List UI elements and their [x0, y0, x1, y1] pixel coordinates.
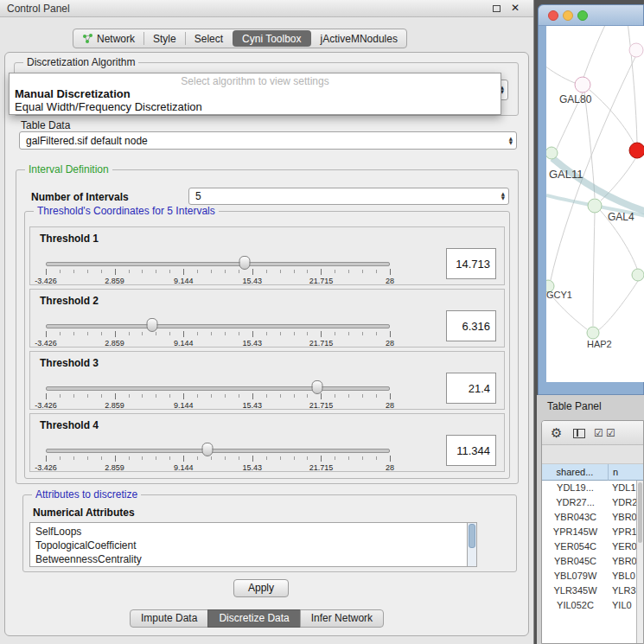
table-row[interactable]: YIL052CYIL0 — [542, 598, 638, 613]
num-intervals-label: Number of Intervals — [31, 191, 129, 203]
tab-jactivemnodules[interactable]: jActiveMNodules — [312, 29, 406, 48]
slider-thumb-icon[interactable] — [147, 318, 158, 332]
network-node[interactable] — [629, 43, 643, 57]
mac-minimize-button[interactable] — [563, 10, 573, 21]
algorithm-group-title: Discretization Algorithm — [23, 56, 138, 69]
node-label-gcy1: GCY1 — [546, 290, 572, 300]
table-cell[interactable]: YIL052C — [542, 598, 609, 613]
mac-zoom-button[interactable] — [577, 10, 588, 21]
table-cell[interactable]: YER054C — [542, 539, 609, 554]
slider-thumb-icon[interactable] — [239, 256, 250, 270]
dropdown-stepper-icon[interactable]: ▲▼ — [509, 137, 513, 145]
table-row[interactable]: YBL079WYBL0 — [542, 569, 638, 583]
network-node-gal80[interactable] — [575, 77, 590, 92]
table-cell[interactable]: YBL0 — [609, 569, 638, 583]
tab-network[interactable]: Network — [73, 29, 143, 48]
select-filtered-checkbox-icon[interactable]: ☑ — [606, 427, 615, 439]
table-cell[interactable]: YER0 — [609, 539, 638, 554]
network-window-titlebar — [539, 5, 643, 26]
slider-thumb-icon[interactable] — [202, 443, 214, 456]
table-scrollbar[interactable] — [636, 481, 643, 644]
dropdown-item-equal-width-frequency[interactable]: Equal Width/Frequency Discretization — [13, 100, 497, 113]
table-row[interactable]: YLR345WYLR3 — [542, 583, 638, 598]
network-node[interactable] — [632, 269, 644, 281]
network-graph — [546, 26, 644, 382]
gear-icon[interactable]: ⚙ — [551, 425, 562, 441]
tab-infer-network[interactable]: Infer Network — [300, 609, 384, 628]
list-item-selfloops[interactable]: SelfLoops — [35, 525, 450, 539]
table-row[interactable]: YDL19...YDL1 — [542, 481, 638, 495]
table-row[interactable]: YBR045CYBR0 — [542, 554, 638, 569]
column-header-name[interactable]: n — [609, 464, 644, 481]
close-icon[interactable]: ✕ — [511, 2, 520, 14]
threshold-2-value-field[interactable] — [446, 310, 496, 341]
network-node-gal11[interactable] — [546, 147, 558, 159]
table-cell[interactable]: YDR2 — [609, 495, 638, 510]
slider-track[interactable] — [46, 386, 390, 391]
tab-impute-data[interactable]: Impute Data — [130, 609, 208, 628]
table-cell[interactable]: YBR0 — [609, 554, 638, 569]
table-row[interactable]: YBR043CYBR0 — [542, 510, 638, 525]
mac-close-button[interactable] — [548, 10, 558, 21]
table-cell[interactable]: YBL079W — [542, 569, 609, 583]
threshold-panel-1: Threshold 1 -3.426 2.859 9.144 15.43 21.… — [29, 226, 505, 285]
attributes-scrollbar[interactable] — [467, 523, 476, 566]
tick-label: 21.715 — [309, 463, 334, 472]
threshold-3-value-field[interactable] — [446, 373, 496, 404]
slider-track[interactable] — [46, 449, 390, 453]
slider-minor-ticks — [46, 270, 390, 273]
numerical-attributes-label: Numerical Attributes — [33, 507, 135, 519]
tab-style[interactable]: Style — [144, 29, 185, 48]
select-all-checkbox-icon[interactable]: ☑ — [594, 427, 603, 439]
table-cell[interactable]: YPR145W — [542, 525, 609, 539]
table-cell[interactable]: YDR27... — [542, 495, 609, 510]
threshold-1-slider[interactable]: -3.426 2.859 9.144 15.43 21.715 28 — [46, 257, 390, 284]
network-node-hap2[interactable] — [587, 327, 599, 339]
table-cell[interactable]: YDL1 — [609, 481, 638, 495]
tick-label: 21.715 — [309, 401, 334, 410]
threshold-1-value-field[interactable] — [446, 248, 496, 279]
tab-label: Network — [97, 33, 135, 45]
threshold-3-slider[interactable]: -3.426 2.859 9.144 15.43 21.715 28 — [46, 381, 390, 409]
table-cell[interactable]: YIL0 — [609, 598, 638, 613]
slider-track[interactable] — [46, 262, 390, 266]
threshold-4-value-field[interactable] — [446, 435, 496, 466]
apply-button[interactable]: Apply — [233, 579, 289, 597]
table-cell[interactable]: YLR3 — [609, 583, 638, 598]
scrollbar-thumb[interactable] — [469, 524, 475, 548]
threshold-4-slider[interactable]: -3.426 2.859 9.144 15.43 21.715 28 — [46, 443, 390, 471]
list-item-betweennesscentrality[interactable]: BetweennessCentrality — [35, 552, 450, 566]
table-row[interactable]: YDR27...YDR2 — [542, 495, 638, 510]
column-header-shared-name[interactable]: shared... — [542, 464, 609, 481]
network-node-selected-red[interactable] — [629, 143, 644, 158]
table-columns-icon[interactable] — [573, 429, 585, 438]
tab-label: jActiveMNodules — [321, 33, 398, 45]
slider-track[interactable] — [46, 324, 390, 328]
num-intervals-dropdown[interactable]: 5 ▲▼ — [188, 188, 509, 205]
dropdown-item-manual-discretization[interactable]: Manual Discretization — [13, 87, 497, 100]
tick-label: 21.715 — [309, 339, 334, 348]
threshold-panel-2: Threshold 2 -3.426 2.859 9.144 15.43 21.… — [29, 289, 505, 348]
tab-cyni-toolbox[interactable]: Cyni Toolbox — [233, 30, 310, 47]
table-cell[interactable]: YBR0 — [609, 510, 638, 525]
network-node-gal4[interactable] — [588, 199, 602, 213]
table-data-dropdown[interactable]: galFiltered.sif default node ▲▼ — [19, 131, 517, 150]
table-cell[interactable]: YPR1 — [609, 525, 638, 539]
tab-select[interactable]: Select — [186, 29, 232, 48]
threshold-2-slider[interactable]: -3.426 2.859 9.144 15.43 21.715 28 — [46, 319, 390, 347]
table-row[interactable]: YER054CYER0 — [542, 539, 638, 554]
table-panel-title: Table Panel — [547, 400, 602, 412]
dropdown-stepper-icon[interactable]: ▲▼ — [501, 192, 505, 201]
scrollbar-thumb[interactable] — [638, 482, 642, 543]
attributes-listbox[interactable]: SelfLoops TopologicalCoefficient Between… — [29, 522, 477, 567]
table-cell[interactable]: YLR345W — [542, 583, 609, 598]
table-cell[interactable]: YDL19... — [542, 481, 609, 495]
table-cell[interactable]: YBR045C — [542, 554, 609, 569]
table-row[interactable]: YPR145WYPR1 — [542, 525, 638, 539]
tab-discretize-data[interactable]: Discretize Data — [207, 609, 300, 628]
table-cell[interactable]: YBR043C — [542, 510, 609, 525]
list-item-topologicalcoefficient[interactable]: TopologicalCoefficient — [35, 539, 450, 552]
network-canvas[interactable]: GAL80 GAL11 GAL4 GCY1 HAP2 — [546, 26, 644, 382]
float-window-icon[interactable] — [493, 5, 501, 12]
slider-thumb-icon[interactable] — [312, 380, 323, 394]
